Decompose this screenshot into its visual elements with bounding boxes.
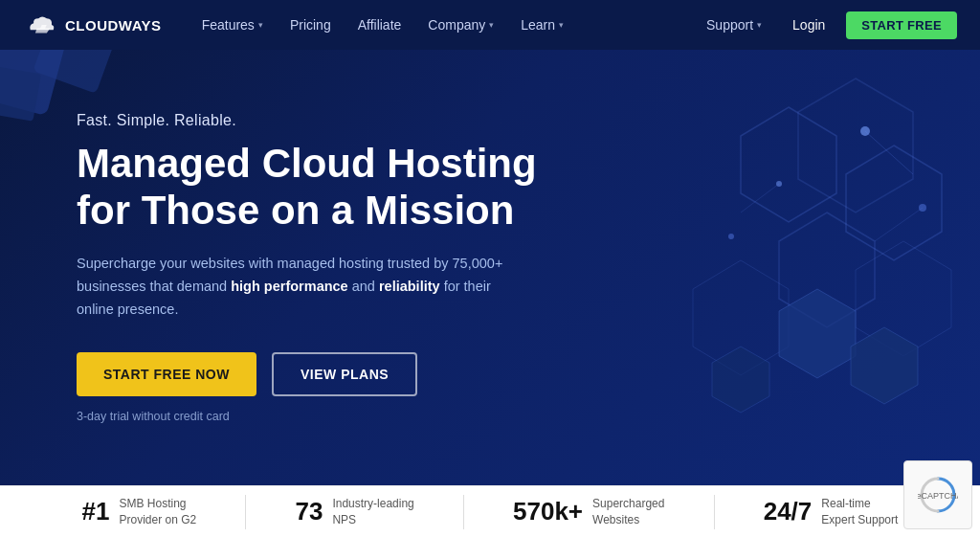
nav-item-pricing[interactable]: Pricing (278, 11, 343, 38)
stat-divider (245, 495, 246, 529)
hero-trial-note: 3-day trial without credit card (77, 410, 537, 423)
hex-decoration (482, 50, 980, 485)
nav-item-company[interactable]: Company ▾ (416, 11, 505, 38)
logo[interactable]: CLOUDWAYS (23, 13, 162, 36)
hero-section: Fast. Simple. Reliable. Managed Cloud Ho… (0, 50, 980, 485)
chevron-down-icon: ▾ (489, 20, 494, 30)
svg-marker-5 (846, 145, 942, 260)
svg-marker-9 (779, 289, 856, 378)
stats-bar: #1 SMB HostingProvider on G2 73 Industry… (0, 485, 980, 537)
stat-divider-3 (714, 495, 715, 529)
view-plans-button[interactable]: VIEW PLANS (272, 352, 417, 396)
stat-number-websites: 570k+ (513, 497, 583, 526)
hero-title: Managed Cloud Hosting for Those on a Mis… (77, 141, 537, 234)
stat-label-nps: Industry-leadingNPS (332, 496, 413, 528)
stat-item-websites: 570k+ SuperchargedWebsites (513, 496, 664, 528)
stat-number-nps: 73 (295, 497, 323, 526)
hero-description: Supercharge your websites with managed h… (77, 253, 517, 322)
cloudways-logo-icon (23, 13, 57, 36)
recaptcha-icon: reCAPTCHA (918, 475, 958, 515)
stat-number-rank: #1 (82, 497, 110, 526)
stat-label-rank: SMB HostingProvider on G2 (119, 496, 196, 528)
nav-item-learn[interactable]: Learn ▾ (509, 11, 575, 38)
navbar: CLOUDWAYS Features ▾ Pricing Affiliate C… (0, 0, 980, 50)
hero-tagline: Fast. Simple. Reliable. (77, 112, 537, 129)
hero-buttons: START FREE NOW VIEW PLANS (77, 352, 537, 396)
nav-links: Features ▾ Pricing Affiliate Company ▾ L… (190, 11, 697, 38)
start-free-now-button[interactable]: START FREE NOW (77, 352, 256, 396)
logo-text: CLOUDWAYS (65, 17, 162, 34)
svg-text:reCAPTCHA: reCAPTCHA (918, 491, 958, 501)
recaptcha-widget[interactable]: reCAPTCHA (903, 460, 972, 529)
svg-marker-4 (798, 78, 913, 213)
stat-number-support: 24/7 (764, 497, 813, 526)
stat-item-support: 24/7 Real-timeExpert Support (764, 496, 899, 528)
nav-item-features[interactable]: Features ▾ (190, 11, 275, 38)
svg-line-18 (741, 184, 779, 213)
nav-right: Support ▾ Login START FREE (697, 11, 957, 39)
nav-start-free-button[interactable]: START FREE (846, 11, 957, 39)
svg-line-17 (875, 208, 923, 241)
chevron-down-icon: ▾ (757, 20, 762, 30)
stat-label-websites: SuperchargedWebsites (592, 496, 664, 528)
svg-marker-11 (712, 347, 769, 413)
stat-divider-2 (463, 495, 464, 529)
svg-marker-3 (741, 107, 836, 222)
nav-login[interactable]: Login (779, 11, 838, 38)
nav-support[interactable]: Support ▾ (697, 11, 771, 38)
nav-item-affiliate[interactable]: Affiliate (346, 11, 413, 38)
svg-point-15 (728, 234, 734, 239)
chevron-down-icon: ▾ (559, 20, 564, 30)
stat-item-rank: #1 SMB HostingProvider on G2 (82, 496, 197, 528)
chevron-down-icon: ▾ (258, 20, 263, 30)
stat-item-nps: 73 Industry-leadingNPS (295, 496, 413, 528)
hero-content: Fast. Simple. Reliable. Managed Cloud Ho… (0, 112, 537, 422)
svg-marker-10 (851, 327, 918, 404)
stat-label-support: Real-timeExpert Support (821, 496, 898, 528)
